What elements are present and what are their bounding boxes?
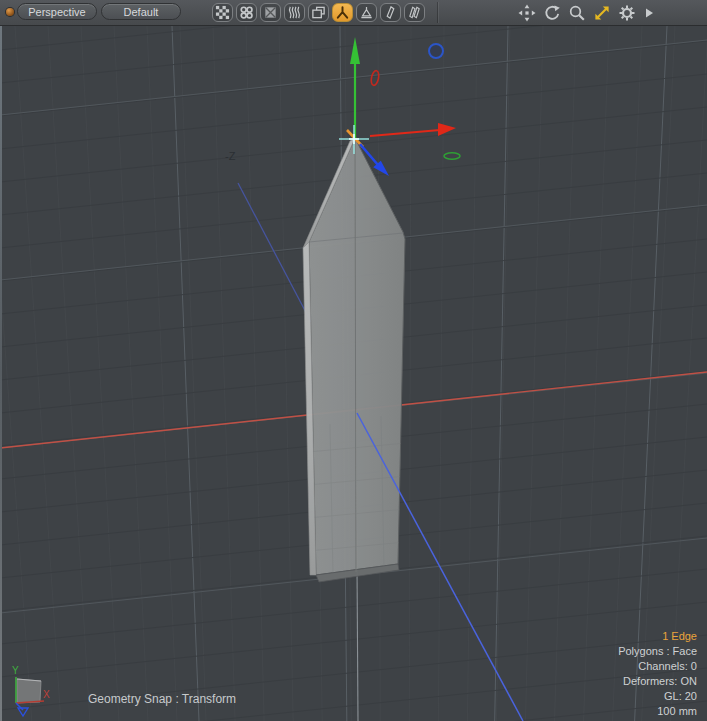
overlapping-rects-icon <box>311 5 326 20</box>
shaded-square-icon <box>263 5 278 20</box>
3d-viewport[interactable]: -Z <box>0 0 707 721</box>
selection-status: 1 Edge <box>618 629 697 644</box>
info-row-gl: GL: 20 <box>618 689 697 704</box>
axis-widget-cube <box>17 679 41 703</box>
shaded-square-icon-button[interactable] <box>260 3 281 22</box>
info-row-deformers: Deformers: ON <box>618 674 697 689</box>
four-dots-icon <box>239 5 254 20</box>
cone-stand-icon <box>359 5 374 20</box>
modo-3d-viewport-window: -Z <box>0 0 707 721</box>
gizmo-rotate-z-ring[interactable] <box>429 44 443 58</box>
info-row-units: 100 mm <box>618 704 697 719</box>
viewport-state-indicator-dot[interactable] <box>6 8 14 16</box>
viewport-toolbar: Perspective Default <box>0 0 707 26</box>
settings-gear-icon[interactable] <box>618 4 636 22</box>
slab-icon <box>383 5 398 20</box>
info-row-polygons: Polygons : Face <box>618 644 697 659</box>
maximize-icon[interactable] <box>593 4 611 22</box>
viewport-left-edge <box>0 26 2 721</box>
toolbar-divider <box>437 2 438 23</box>
viewport-type-dropdown[interactable]: Perspective <box>17 3 97 20</box>
overlapping-rects-icon-button[interactable] <box>308 3 329 22</box>
dither-grid-icon <box>215 5 230 20</box>
neg-z-axis-label: -Z <box>225 150 236 162</box>
slab-icon-button[interactable] <box>380 3 401 22</box>
zoom-icon[interactable] <box>568 4 586 22</box>
shading-mode-dropdown[interactable]: Default <box>101 3 181 20</box>
viewport-info-overlay: 1 Edge Polygons : Face Channels: 0 Defor… <box>618 629 697 719</box>
wave-lines-icon-button[interactable] <box>284 3 305 22</box>
double-slab-icon <box>407 5 422 20</box>
dither-grid-icon-button[interactable] <box>212 3 233 22</box>
axis-widget-x-label: X <box>43 689 50 700</box>
double-slab-icon-button[interactable] <box>404 3 425 22</box>
viewport-nav-controls <box>518 3 655 22</box>
four-dots-icon-button[interactable] <box>236 3 257 22</box>
rotate-icon[interactable] <box>543 4 561 22</box>
cone-stand-icon-button[interactable] <box>356 3 377 22</box>
wave-lines-icon <box>287 5 302 20</box>
pan-icon[interactable] <box>518 4 536 22</box>
info-row-channels: Channels: 0 <box>618 659 697 674</box>
vertex-figure-icon-button[interactable] <box>332 3 353 22</box>
viewport-toggle-buttons <box>212 3 425 22</box>
vertex-figure-icon <box>335 5 350 20</box>
geometry-snap-status: Geometry Snap : Transform <box>88 692 236 706</box>
axis-widget-y-label: Y <box>12 665 19 676</box>
expand-arrow-icon[interactable] <box>643 4 655 22</box>
